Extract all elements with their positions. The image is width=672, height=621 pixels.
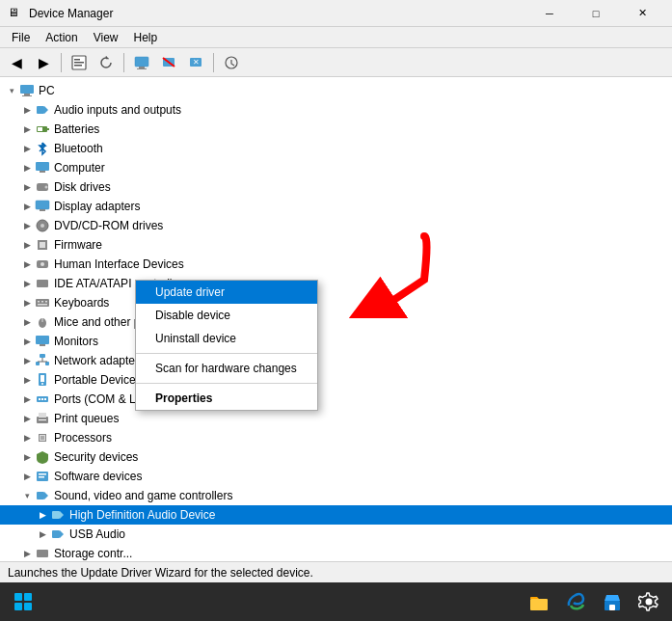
svg-marker-69 [60,530,64,538]
svg-rect-62 [39,473,46,475]
expand-mice[interactable]: ▶ [19,314,35,330]
tree-item-keyboards[interactable]: ▶ Keyboards [0,293,672,312]
tree-label-audio-inputs: Audio inputs and outputs [54,103,181,117]
ctx-update-driver[interactable]: Update driver [136,281,317,304]
svg-rect-41 [40,344,45,346]
icon-audio-inputs [35,102,50,118]
expand-network[interactable]: ▶ [19,353,35,368]
svg-point-23 [45,186,48,189]
expand-keyboards[interactable]: ▶ [19,295,35,310]
tree-label-security: Security devices [54,450,138,464]
tree-item-ide[interactable]: ▶ IDE ATA/ATAPI controllers [0,274,672,293]
tree-item-dvd[interactable]: ▶ DVD/CD-ROM drives [0,216,672,235]
expand-print-queues[interactable]: ▶ [19,411,35,426]
expand-ide[interactable]: ▶ [19,276,35,291]
minimize-button[interactable]: ─ [527,0,572,27]
expand-batteries[interactable]: ▶ [19,122,35,137]
expand-usb-audio[interactable]: ▶ [35,526,50,542]
status-bar: Launches the Update Driver Wizard for th… [0,561,672,582]
ctx-properties[interactable]: Properties [136,387,317,410]
tree-item-audio-inputs[interactable]: ▶ Audio inputs and outputs [0,100,672,120]
back-button[interactable]: ◀ [4,51,29,74]
svg-rect-32 [37,280,48,287]
settings-button[interactable] [633,586,664,617]
svg-point-31 [40,262,44,266]
expand-hd-audio[interactable]: ▶ [35,507,50,523]
refresh-button[interactable] [94,51,119,74]
svg-rect-57 [39,419,46,420]
expand-hid[interactable]: ▶ [19,256,35,272]
scan-hardware-button[interactable] [219,51,244,74]
tree-item-firmware[interactable]: ▶ Firmware [0,235,672,255]
tree-item-software[interactable]: ▶ Software devices [0,467,672,486]
svg-rect-21 [40,171,45,173]
tree-item-hid[interactable]: ▶ Human Interface Devices [0,255,672,274]
svg-rect-2 [74,62,84,64]
svg-rect-15 [37,106,44,114]
expand-disk-drives[interactable]: ▶ [19,179,35,195]
expand-pc[interactable]: ▾ [4,83,19,98]
expand-security[interactable]: ▶ [19,449,35,465]
close-button[interactable]: ✕ [620,0,664,27]
tree-item-print-queues[interactable]: ▶ Print queues [0,409,672,428]
tree-item-disk-drives[interactable]: ▶ Disk drives [0,177,672,197]
expand-monitors[interactable]: ▶ [19,334,35,349]
tree-item-bluetooth[interactable]: ▶ Bluetooth [0,139,672,158]
tree-item-monitors[interactable]: ▶ Monitors [0,332,672,351]
expand-audio-inputs[interactable]: ▶ [19,102,35,118]
svg-rect-79 [609,605,615,610]
menu-file[interactable]: File [4,29,38,46]
tree-item-security[interactable]: ▶ Security devices [0,447,672,467]
expand-firmware[interactable]: ▶ [19,237,35,253]
tree-item-processors[interactable]: ▶ Processors [0,428,672,447]
tree-item-storage[interactable]: ▶ Storage contr... [0,544,672,563]
tree-item-sound[interactable]: ▾ Sound, video and game controllers [0,486,672,505]
svg-rect-52 [39,398,40,400]
expand-sound[interactable]: ▾ [19,488,35,503]
windows-start-button[interactable] [8,586,39,617]
tree-item-display[interactable]: ▶ Display adapters [0,197,672,216]
tree-item-usb-audio[interactable]: ▶ USB Audio [0,525,672,544]
expand-ports[interactable]: ▶ [19,392,35,407]
tree-item-portable[interactable]: ▶ Portable Devices [0,370,672,390]
menu-action[interactable]: Action [38,29,85,46]
svg-rect-34 [38,301,40,303]
ctx-scan-hardware[interactable]: Scan for hardware changes [136,357,317,380]
tree-item-network[interactable]: ▶ Network adapters [0,351,672,370]
expand-portable[interactable]: ▶ [19,372,35,388]
store-button[interactable] [597,586,628,617]
properties-button[interactable] [67,51,92,74]
menu-help[interactable]: Help [126,29,166,46]
tree-item-ports[interactable]: ▶ Ports (COM & LPT) [0,390,672,409]
tree-item-hd-audio[interactable]: ▶ High Definition Audio Device [0,505,672,525]
expand-computer[interactable]: ▶ [19,160,35,176]
expand-display[interactable]: ▶ [19,199,35,214]
expand-bluetooth[interactable]: ▶ [19,141,35,156]
icon-firmware [35,237,50,253]
svg-point-27 [40,224,44,228]
disable-device-button[interactable] [156,51,181,74]
tree-item-mice[interactable]: ▶ Mice and other pointing devices [0,312,672,332]
ctx-disable-device[interactable]: Disable device [136,304,317,327]
edge-browser-button[interactable] [560,586,591,617]
uninstall-device-button[interactable]: ✕ [183,51,208,74]
tree-item-batteries[interactable]: ▶ Batteries [0,120,672,139]
device-tree-area[interactable]: ▾ PC ▶ Audio inputs and outputs ▶ Batter… [0,77,672,582]
icon-batteries [35,122,50,137]
update-driver-button[interactable] [129,51,154,74]
tree-label-display: Display adapters [54,200,140,213]
forward-button[interactable]: ▶ [31,51,56,74]
icon-print-queues [35,411,50,426]
ctx-uninstall-device[interactable]: Uninstall device [136,327,317,350]
expand-software[interactable]: ▶ [19,469,35,484]
menu-view[interactable]: View [86,29,126,46]
icon-sound [35,488,50,503]
expand-storage[interactable]: ▶ [19,546,35,561]
expand-processors[interactable]: ▶ [19,430,35,446]
svg-rect-68 [52,530,60,538]
tree-item-pc[interactable]: ▾ PC [0,81,672,100]
expand-dvd[interactable]: ▶ [19,218,35,233]
file-explorer-button[interactable] [524,586,554,617]
maximize-button[interactable]: □ [574,0,618,27]
tree-item-computer[interactable]: ▶ Computer [0,158,672,177]
